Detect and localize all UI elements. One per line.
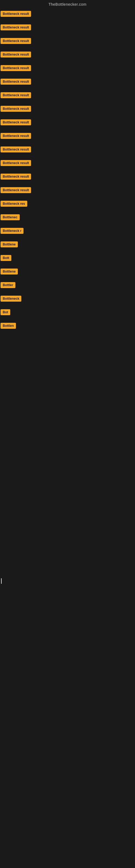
bottleneck-badge-7[interactable]: Bottleneck result xyxy=(1,92,31,98)
bottleneck-item-16: Bottlenec xyxy=(1,212,134,222)
bottleneck-item-2: Bottleneck result xyxy=(1,22,134,33)
bottleneck-badge-23[interactable]: Bot xyxy=(1,309,10,315)
bottleneck-item-7: Bottleneck result xyxy=(1,90,134,100)
bottleneck-item-23: Bot xyxy=(1,307,134,317)
bottleneck-item-19: Bott xyxy=(1,253,134,263)
bottleneck-badge-4[interactable]: Bottleneck result xyxy=(1,52,31,58)
bottleneck-badge-2[interactable]: Bottleneck result xyxy=(1,24,31,30)
bottleneck-item-11: Bottleneck result xyxy=(1,144,134,155)
bottleneck-item-14: Bottleneck result xyxy=(1,185,134,195)
bottleneck-badge-20[interactable]: Bottlene xyxy=(1,269,18,275)
bottleneck-badge-13[interactable]: Bottleneck result xyxy=(1,174,31,180)
bottleneck-badge-24[interactable]: Bottlen xyxy=(1,323,16,329)
bottleneck-item-1: Bottleneck result xyxy=(1,9,134,19)
bottleneck-item-17: Bottleneck r xyxy=(1,226,134,236)
bottleneck-item-12: Bottleneck result xyxy=(1,158,134,168)
bottleneck-item-6: Bottleneck result xyxy=(1,76,134,87)
bottleneck-item-4: Bottleneck result xyxy=(1,50,134,60)
cursor-line xyxy=(1,578,2,584)
bottleneck-badge-10[interactable]: Bottleneck result xyxy=(1,133,31,139)
bottleneck-item-8: Bottleneck result xyxy=(1,104,134,114)
bottleneck-badge-16[interactable]: Bottlenec xyxy=(1,214,20,220)
bottleneck-badge-3[interactable]: Bottleneck result xyxy=(1,38,31,44)
bottleneck-item-21: Bottler xyxy=(1,280,134,290)
bottleneck-badge-17[interactable]: Bottleneck r xyxy=(1,228,24,234)
site-title: TheBottlenecker.com xyxy=(0,0,135,8)
bottleneck-badge-21[interactable]: Bottler xyxy=(1,282,15,288)
bottleneck-badge-15[interactable]: Bottleneck res xyxy=(1,201,27,207)
bottleneck-badge-14[interactable]: Bottleneck result xyxy=(1,187,31,193)
bottleneck-badge-8[interactable]: Bottleneck result xyxy=(1,106,31,112)
bottleneck-badge-6[interactable]: Bottleneck result xyxy=(1,79,31,85)
bottleneck-badge-5[interactable]: Bottleneck result xyxy=(1,65,31,71)
bottleneck-badge-12[interactable]: Bottleneck result xyxy=(1,160,31,166)
bottleneck-badge-18[interactable]: Bottlene xyxy=(1,241,18,247)
bottleneck-item-9: Bottleneck result xyxy=(1,117,134,127)
bottleneck-item-15: Bottleneck res xyxy=(1,198,134,209)
bottleneck-item-10: Bottleneck result xyxy=(1,131,134,141)
bottleneck-item-20: Bottlene xyxy=(1,267,134,277)
items-container: Bottleneck resultBottleneck resultBottle… xyxy=(0,8,135,667)
bottleneck-item-22: Bottleneck xyxy=(1,293,134,304)
bottleneck-item-18: Bottlene xyxy=(1,239,134,250)
bottleneck-item-13: Bottleneck result xyxy=(1,172,134,182)
bottleneck-item-24: Bottlen xyxy=(1,321,134,331)
bottleneck-badge-19[interactable]: Bott xyxy=(1,255,11,261)
bottleneck-item-5: Bottleneck result xyxy=(1,63,134,73)
bottleneck-item-3: Bottleneck result xyxy=(1,36,134,46)
bottleneck-badge-11[interactable]: Bottleneck result xyxy=(1,147,31,152)
bottleneck-badge-1[interactable]: Bottleneck result xyxy=(1,11,31,17)
bottleneck-badge-9[interactable]: Bottleneck result xyxy=(1,119,31,125)
bottleneck-badge-22[interactable]: Bottleneck xyxy=(1,296,21,302)
